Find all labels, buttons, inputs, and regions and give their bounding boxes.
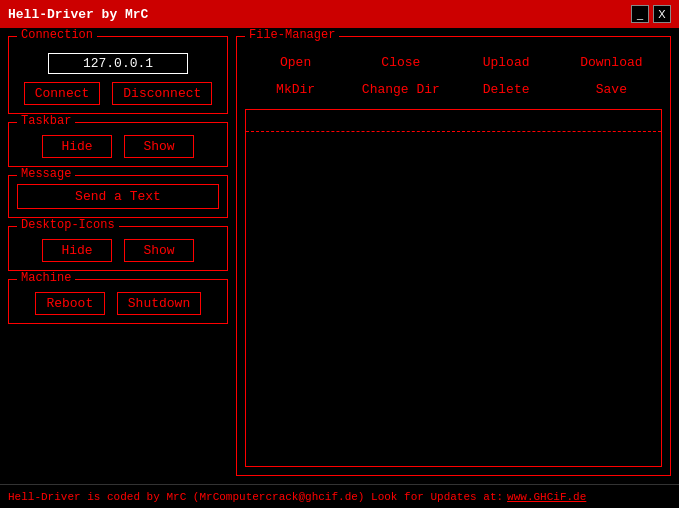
changedir-button[interactable]: Change Dir <box>350 78 451 101</box>
file-browser-path <box>246 110 661 132</box>
title-bar-controls: _ X <box>631 5 671 23</box>
desktop-icons-buttons: Hide Show <box>17 239 219 262</box>
connection-label: Connection <box>17 28 97 42</box>
title-bar: Hell-Driver by MrC _ X <box>0 0 679 28</box>
file-manager-buttons: Open Close Upload Download MkDir Change … <box>245 41 662 101</box>
taskbar-hide-button[interactable]: Hide <box>42 135 112 158</box>
machine-buttons: Reboot Shutdown <box>17 292 219 315</box>
taskbar-label: Taskbar <box>17 114 75 128</box>
desktop-icons-label: Desktop-Icons <box>17 218 119 232</box>
connection-buttons: Connect Disconnect <box>17 82 219 105</box>
ip-input[interactable] <box>48 53 188 74</box>
left-panel: Connection Connect Disconnect Taskbar Hi… <box>8 36 228 476</box>
status-link[interactable]: www.GHCiF.de <box>507 491 586 503</box>
connect-button[interactable]: Connect <box>24 82 101 105</box>
minimize-button[interactable]: _ <box>631 5 649 23</box>
message-group: Message Send a Text <box>8 175 228 218</box>
message-label: Message <box>17 167 75 181</box>
machine-group: Machine Reboot Shutdown <box>8 279 228 324</box>
taskbar-group: Taskbar Hide Show <box>8 122 228 167</box>
taskbar-show-button[interactable]: Show <box>124 135 194 158</box>
machine-label: Machine <box>17 271 75 285</box>
main-content: Connection Connect Disconnect Taskbar Hi… <box>0 28 679 484</box>
status-text: Hell-Driver is coded by MrC (MrComputerc… <box>8 491 503 503</box>
taskbar-buttons: Hide Show <box>17 135 219 158</box>
send-text-button[interactable]: Send a Text <box>17 184 219 209</box>
status-bar: Hell-Driver is coded by MrC (MrComputerc… <box>0 484 679 508</box>
close-button[interactable]: X <box>653 5 671 23</box>
save-button[interactable]: Save <box>561 78 662 101</box>
download-button[interactable]: Download <box>561 51 662 74</box>
shutdown-button[interactable]: Shutdown <box>117 292 201 315</box>
file-browser <box>245 109 662 467</box>
disconnect-button[interactable]: Disconnect <box>112 82 212 105</box>
desktop-hide-button[interactable]: Hide <box>42 239 112 262</box>
desktop-icons-group: Desktop-Icons Hide Show <box>8 226 228 271</box>
app-title: Hell-Driver by MrC <box>8 7 148 22</box>
delete-button[interactable]: Delete <box>456 78 557 101</box>
mkdir-button[interactable]: MkDir <box>245 78 346 101</box>
path-input[interactable] <box>250 114 657 128</box>
open-button[interactable]: Open <box>245 51 346 74</box>
file-manager-panel: File-Manager Open Close Upload Download … <box>236 36 671 476</box>
desktop-show-button[interactable]: Show <box>124 239 194 262</box>
upload-button[interactable]: Upload <box>456 51 557 74</box>
file-manager-label: File-Manager <box>245 28 339 42</box>
connection-group: Connection Connect Disconnect <box>8 36 228 114</box>
reboot-button[interactable]: Reboot <box>35 292 105 315</box>
file-list <box>246 132 661 466</box>
close-button[interactable]: Close <box>350 51 451 74</box>
